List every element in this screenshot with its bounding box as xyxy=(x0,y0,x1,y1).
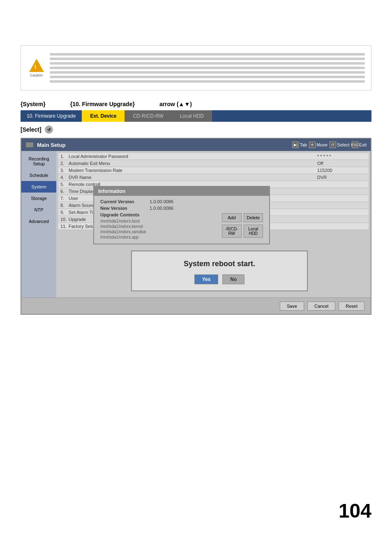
ctrl-esc-label: Exit xyxy=(359,142,367,147)
sidebar-item-ntp[interactable]: NTP xyxy=(21,204,56,216)
reboot-buttons: Yes No xyxy=(136,274,303,284)
tab-ext-device[interactable]: Ext. Device xyxy=(82,110,125,122)
setting-name: Automatic Exit Menu xyxy=(69,161,317,166)
table-row: 4. DVR Name DVR xyxy=(58,174,369,181)
cd-rw-button[interactable]: -R/CD-RW xyxy=(222,225,242,238)
window-footer: Save Cancel Reset xyxy=(21,297,371,314)
setting-num: 3. xyxy=(60,168,69,173)
ctrl-select: ↺ Select xyxy=(330,142,350,148)
table-row: 2. Automatic Exit Menu Off xyxy=(58,160,369,167)
info-popup-title: Information xyxy=(94,187,269,196)
upgrade-file-4: /mnt/sda1/mdvrs.app xyxy=(100,235,218,239)
sidebar-item-recording[interactable]: Recording Setup xyxy=(21,153,56,170)
caution-line xyxy=(50,58,365,60)
add-button[interactable]: Add xyxy=(222,213,242,222)
sidebar: Recording Setup Schedule System Storage … xyxy=(21,151,56,297)
select-ctrl-icon: ↺ xyxy=(330,142,336,148)
setting-value: DVR xyxy=(317,175,367,180)
tab-cd-rw[interactable]: CD-R/CD-RW xyxy=(125,110,171,122)
setting-num: 8. xyxy=(60,203,69,208)
caution-lines xyxy=(50,53,365,83)
info-row-current: Current Version 1.0.00.0086 xyxy=(100,199,263,204)
upgrade-file-3: /mnt/sda1/mdvrs.ramdisk xyxy=(100,230,218,234)
setting-value: 115200 xyxy=(317,168,367,173)
setting-name: DVR Name xyxy=(69,175,317,180)
new-version-label: New Version xyxy=(100,206,145,211)
save-button[interactable]: Save xyxy=(280,302,304,311)
caution-label: Caution xyxy=(30,73,43,77)
caution-triangle xyxy=(29,59,44,72)
caution-line xyxy=(50,71,365,74)
reboot-no-button[interactable]: No xyxy=(222,274,244,284)
setting-num: 6. xyxy=(60,189,69,194)
right-action-area: Upgrade Contents /mnt/sda1/mdvrs.boot /m… xyxy=(100,212,263,240)
reset-button[interactable]: Reset xyxy=(339,302,364,311)
caution-line xyxy=(50,62,365,65)
setting-num: 10. xyxy=(60,217,69,222)
caution-line xyxy=(50,53,365,56)
table-row: 3. Modem Transmission Rate 115200 xyxy=(58,167,369,174)
new-version-value: 1.0.00.0086 xyxy=(150,206,173,211)
table-row: 1. Local Administrator Password * * * * … xyxy=(58,153,369,160)
window-title-left: Main Setup xyxy=(25,142,65,148)
reboot-text: System reboot start. xyxy=(136,260,303,268)
cancel-button[interactable]: Cancel xyxy=(307,302,335,311)
upgrade-contents-section: Upgrade Contents /mnt/sda1/mdvrs.boot /m… xyxy=(100,212,218,240)
ctrl-esc: ESC Exit xyxy=(352,142,367,148)
nav-firmware: {10. Firmware Upgrade} xyxy=(70,101,135,107)
window-body: Recording Setup Schedule System Storage … xyxy=(21,151,371,297)
reboot-yes-button[interactable]: Yes xyxy=(194,274,219,284)
add-delete-section: Add Delete -R/CD-RW Local HDD xyxy=(222,212,263,240)
esc-icon: ESC xyxy=(352,142,358,148)
sidebar-item-storage[interactable]: Storage xyxy=(21,193,56,204)
caution-box: Caution xyxy=(21,45,371,91)
main-setup-window: Main Setup ▶| Tab ✛ Move ↺ Select ESC Ex… xyxy=(21,138,371,315)
storage-buttons: -R/CD-RW Local HDD xyxy=(222,225,263,238)
setting-num: 4. xyxy=(60,175,69,180)
window-title-text: Main Setup xyxy=(37,142,65,148)
setting-name: Local Administrator Password xyxy=(69,154,317,159)
window-icon xyxy=(25,142,34,148)
sidebar-item-advanced[interactable]: Advanced xyxy=(21,216,56,227)
current-version-label: Current Version xyxy=(100,199,145,204)
setting-num: 2. xyxy=(60,161,69,166)
firmware-tab-bar: 10. Firmware Upgrade Ext. Device CD-R/CD… xyxy=(21,110,371,122)
caution-icon: Caution xyxy=(27,59,46,77)
upgrade-contents-label: Upgrade Contents xyxy=(100,212,218,217)
window-controls: ▶| Tab ✛ Move ↺ Select ESC Exit xyxy=(292,142,367,148)
caution-line xyxy=(50,67,365,69)
delete-button[interactable]: Delete xyxy=(244,213,263,222)
ctrl-tab-label: Tab xyxy=(300,142,307,147)
ctrl-move-label: Move xyxy=(316,142,327,147)
ctrl-tab: ▶| Tab xyxy=(292,142,307,148)
info-row-new: New Version 1.0.00.0086 xyxy=(100,206,263,211)
info-popup: Information Current Version 1.0.00.0086 … xyxy=(93,186,270,244)
local-hdd-button[interactable]: Local HDD xyxy=(244,225,263,238)
window-titlebar: Main Setup ▶| Tab ✛ Move ↺ Select ESC Ex… xyxy=(21,139,371,151)
setting-value: * * * * * xyxy=(317,154,367,159)
nav-bar: {System} {10. Firmware Upgrade} arrow (▲… xyxy=(21,101,371,107)
move-icon: ✛ xyxy=(309,142,316,148)
sidebar-item-system[interactable]: System xyxy=(21,181,56,193)
setting-num: 5. xyxy=(60,182,69,187)
setting-value: Off xyxy=(317,161,367,166)
firmware-tab-menu-label: 10. Firmware Upgrade xyxy=(21,110,82,122)
setting-num: 1. xyxy=(60,154,69,159)
reboot-dialog: System reboot start. Yes No xyxy=(131,251,308,291)
content-area: 1. Local Administrator Password * * * * … xyxy=(56,151,371,297)
select-icon: ↺ xyxy=(45,125,53,134)
setting-num: 11. xyxy=(60,224,69,229)
tab-icon: ▶| xyxy=(292,142,299,148)
nav-arrow: arrow (▲▼) xyxy=(159,101,192,107)
info-popup-body: Current Version 1.0.00.0086 New Version … xyxy=(94,196,269,244)
select-label: [Select] xyxy=(21,126,42,133)
ctrl-select-label: Select xyxy=(337,142,350,147)
sidebar-item-schedule[interactable]: Schedule xyxy=(21,170,56,181)
tab-local-hdd[interactable]: Local HDD xyxy=(172,110,212,122)
caution-line xyxy=(50,76,365,78)
upgrade-file-1: /mnt/sda1/mdvrs.boot xyxy=(100,219,218,223)
setting-name: Modem Transmission Rate xyxy=(69,168,317,173)
current-version-value: 1.0.00.0086 xyxy=(150,199,173,204)
nav-system: {System} xyxy=(21,101,46,107)
add-delete-buttons: Add Delete xyxy=(222,213,263,222)
